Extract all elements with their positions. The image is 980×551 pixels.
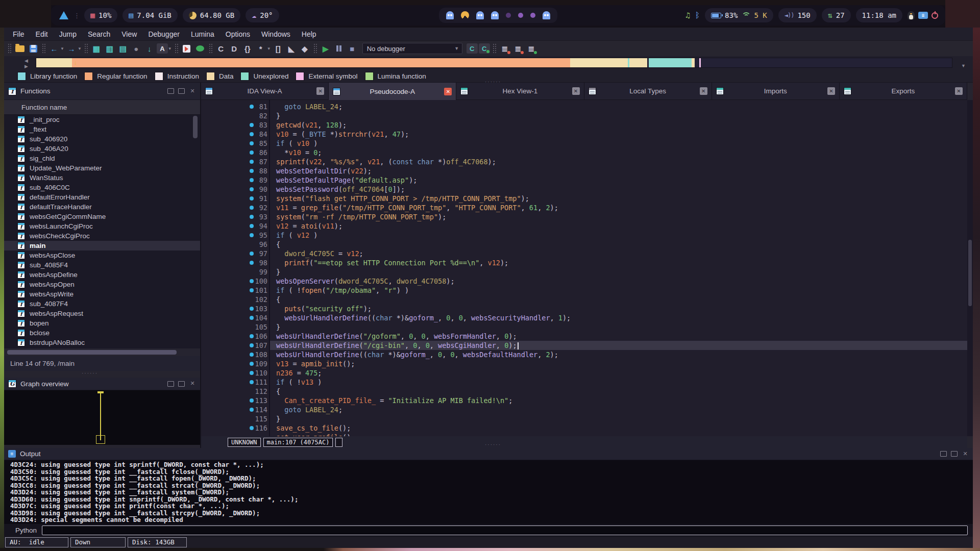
graph-float-button[interactable] <box>167 381 174 387</box>
stop-process-icon[interactable]: ■ <box>346 42 358 55</box>
code-line-101[interactable]: 101if ( !fopen("/tmp/obama", "r") ) <box>201 286 967 295</box>
create-data-icon[interactable]: D <box>228 42 240 55</box>
names-window-icon[interactable]: ▤ <box>117 42 129 55</box>
code-line-92[interactable]: 92v11 = grep_file("/tmp/HTTP_CONN_PORT_t… <box>201 203 967 212</box>
output-maximize-button[interactable] <box>951 451 958 457</box>
code-line-81[interactable]: 81 goto LABEL_24; <box>201 102 967 111</box>
navband-segment-8[interactable] <box>695 58 699 67</box>
workspace-ghost-icon[interactable] <box>543 11 550 19</box>
menu-lumina[interactable]: Lumina <box>186 29 219 40</box>
navband-segment-0[interactable] <box>36 58 72 67</box>
functions-maximize-button[interactable] <box>178 88 185 94</box>
code-line-115[interactable]: 115} <box>201 414 967 423</box>
music-icon[interactable]: ♫ <box>685 12 690 19</box>
functions-horizontal-scrollbar[interactable] <box>4 348 200 356</box>
start-process-icon[interactable]: ▶ <box>320 42 332 55</box>
menu-help[interactable]: Help <box>297 29 321 40</box>
polygon-icon[interactable]: ◣ <box>285 42 298 55</box>
power-icon[interactable] <box>932 12 938 19</box>
graph-close-button[interactable]: ✕ <box>189 381 196 387</box>
back-icon-dropdown-icon[interactable]: ▼ <box>60 46 64 51</box>
code-line-112[interactable]: 112{ <box>201 387 967 396</box>
code-line-83[interactable]: 83getcwd(v21, 128); <box>201 120 967 130</box>
string-literal-icon[interactable]: * <box>255 42 267 55</box>
tab-close-icon[interactable]: ✕ <box>955 87 963 95</box>
open-file-icon[interactable] <box>14 42 26 55</box>
braces-icon[interactable]: {} <box>241 42 254 55</box>
code-line-113[interactable]: 113 Can_t_create_PID_file_ = "Initialize… <box>201 396 967 405</box>
array-icon[interactable]: [] <box>272 42 284 55</box>
pause-process-icon[interactable] <box>333 42 345 55</box>
navigation-band[interactable]: ↓ <box>36 58 952 68</box>
hex-window-icon[interactable]: ▦ <box>90 42 103 55</box>
comment-icon[interactable]: ● <box>130 42 142 55</box>
code-line-88[interactable]: 88websSetDefaultDir(v22); <box>201 166 967 176</box>
workspace-dot-icon[interactable] <box>518 13 523 18</box>
workspace-dot-icon[interactable] <box>506 13 511 18</box>
function-row[interactable]: fsub_406C0C <box>4 183 200 192</box>
jump-icon[interactable]: ↓ <box>143 42 156 55</box>
code-line-99[interactable]: 99} <box>201 267 967 277</box>
tab-local-types[interactable]: Local Types✕ <box>584 83 712 100</box>
code-line-89[interactable]: 89websSetDefaultPage("default.asp"); <box>201 176 967 185</box>
function-row[interactable]: f_ftext <box>4 124 200 134</box>
menu-file[interactable]: File <box>8 29 29 40</box>
function-row[interactable]: fwebsAspWrite <box>4 289 200 299</box>
string-literal-icon-dropdown-icon[interactable]: ▼ <box>267 46 271 51</box>
arch-linux-icon[interactable] <box>59 11 68 19</box>
menu-windows[interactable]: Windows <box>257 29 295 40</box>
code-line-91[interactable]: 91system("flash get HTTP_CONN_PORT > /tm… <box>201 194 967 203</box>
menu-debugger[interactable]: Debugger <box>143 29 184 40</box>
tab-imports[interactable]: Imports✕ <box>712 83 840 100</box>
navband-segment-10[interactable] <box>701 58 952 67</box>
workspace-pacman-icon[interactable] <box>461 11 469 19</box>
code-line-105[interactable]: 105} <box>201 322 967 332</box>
text-style-icon-dropdown-icon[interactable]: ▼ <box>168 46 172 51</box>
navband-dropdown-icon[interactable]: ▼ <box>961 63 966 68</box>
code-line-95[interactable]: 95if ( v12 ) <box>201 231 967 240</box>
function-row[interactable]: fbopen <box>4 318 200 328</box>
tab-close-icon[interactable]: ✕ <box>827 87 835 95</box>
forward-icon[interactable]: → <box>65 42 78 55</box>
function-row[interactable]: fsub_4085F4 <box>4 260 200 270</box>
bluetooth-icon[interactable]: ᛒ <box>695 12 700 19</box>
menu-view[interactable]: View <box>117 29 141 40</box>
battery-icon[interactable] <box>711 13 721 18</box>
output-float-button[interactable] <box>940 451 947 457</box>
tab-ida-view-a[interactable]: IDA View-A✕ <box>201 83 329 100</box>
tab-hex-view-1[interactable]: Hex View-1✕ <box>456 83 584 100</box>
functions-float-button[interactable] <box>167 88 174 94</box>
colors-flag-icon[interactable] <box>181 42 193 55</box>
code-line-90[interactable]: 90websSetPassword(off_4C7064[0]); <box>201 185 967 194</box>
workspace-ghost-icon[interactable] <box>446 11 454 19</box>
graph-view-rect[interactable] <box>96 435 105 444</box>
menu-edit[interactable]: Edit <box>31 29 53 40</box>
keyboard-icon[interactable]: ≣ <box>918 12 928 19</box>
code-line-98[interactable]: 98 printf("==etop set HTTP Connection Po… <box>201 258 967 267</box>
code-line-100[interactable]: 100websOpenServer(dword_4C705C, dword_4C… <box>201 277 967 286</box>
workspace-dot-icon[interactable] <box>530 13 535 18</box>
navband-segment-4[interactable] <box>629 58 647 67</box>
code-line-97[interactable]: 97 dword_4C705C = v12; <box>201 249 967 258</box>
code-line-82[interactable]: 82} <box>201 111 967 120</box>
splitter-handle-bottom[interactable]: ······ <box>485 442 501 447</box>
create-struct-icon[interactable]: C <box>215 42 227 55</box>
function-row[interactable]: fmain <box>4 241 200 251</box>
code-line-104[interactable]: 104 websUrlHandlerDefine((char *)&goform… <box>201 313 967 322</box>
pseudocode-view[interactable]: 81 goto LABEL_24;82}83getcwd(v21, 128);8… <box>201 100 967 436</box>
function-row[interactable]: fbclose <box>4 328 200 338</box>
menu-options[interactable]: Options <box>221 29 255 40</box>
penguin-icon[interactable] <box>908 11 915 20</box>
lumina-icon[interactable] <box>194 42 206 55</box>
tab-close-icon[interactable]: ✕ <box>316 87 324 95</box>
tab-pseudocode-a[interactable]: Pseudocode-A✕ <box>329 83 456 100</box>
add-breakpoint-icon[interactable]: ≣ <box>512 42 524 55</box>
function-row[interactable]: fWanStatus <box>4 173 200 183</box>
function-row[interactable]: f_init_proc <box>4 115 200 124</box>
code-line-103[interactable]: 103 puts("security off"); <box>201 304 967 313</box>
wifi-icon[interactable] <box>741 12 750 19</box>
function-row[interactable]: fwebsAspDefine <box>4 270 200 280</box>
tab-close-icon[interactable]: ✕ <box>444 88 452 95</box>
code-line-107[interactable]: 107websUrlHandlerDefine("/cgi-bin", 0, 0… <box>201 341 967 350</box>
code-line-84[interactable]: 84v10 = (_BYTE *)strrchr(v21, 47); <box>201 130 967 139</box>
